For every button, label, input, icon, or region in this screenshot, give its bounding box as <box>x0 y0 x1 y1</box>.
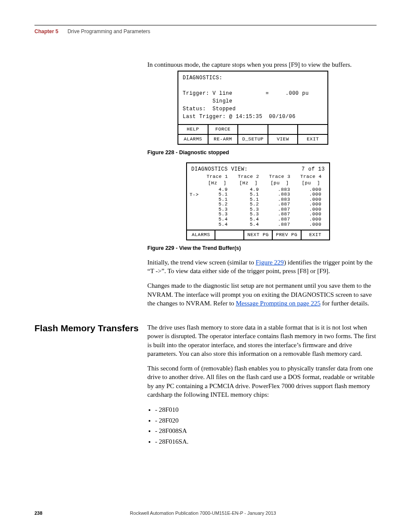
trace2-head: Trace 2 [Hz ] <box>233 174 265 187</box>
exit-button[interactable]: EXIT <box>302 230 329 240</box>
page-number: 238 <box>34 510 42 516</box>
trace3-head: Trace 3 [pu ] <box>264 174 296 187</box>
next-pg-button[interactable]: NEXT PG <box>244 230 273 240</box>
prev-pg-button[interactable]: PREV PG <box>273 230 301 240</box>
exit-button[interactable]: EXIT <box>298 135 327 144</box>
diagnostics-screen: DIAGNOSTICS: Trigger: V line = .000 pu S… <box>177 71 328 145</box>
trace3-col: .883 .883 .883 .887 .887 .887 .887 .887 <box>264 187 296 227</box>
list-item: - 28F008SA <box>155 426 377 436</box>
trace-headers: Trace 1 [Hz ] Trace 2 [Hz ] Trace 3 [pu … <box>187 173 329 187</box>
diagnostics-body: DIAGNOSTICS: Trigger: V line = .000 pu S… <box>178 72 327 124</box>
figure-229-link[interactable]: Figure 229 <box>255 259 283 266</box>
trace4-head: Trace 4 [pu ] <box>296 174 327 187</box>
body-column: In continuous mode, the capture stops wh… <box>147 60 377 308</box>
trend-view-paragraph: Initially, the trend view screen (simila… <box>147 258 377 276</box>
alarms-button[interactable]: ALARMS <box>178 135 209 144</box>
blank-button <box>298 125 327 134</box>
diagnostics-view-screen: DIAGNOSTICS VIEW: 7 of 13 Trace 1 [Hz ] … <box>186 162 330 240</box>
blank-button <box>238 125 268 134</box>
help-button[interactable]: HELP <box>178 125 209 134</box>
screen2-title-row: DIAGNOSTICS VIEW: 7 of 13 <box>187 163 329 173</box>
flash-memory-section: Flash Memory Transfers The drive uses fl… <box>34 323 377 447</box>
chapter-label: Chapter 5 <box>34 28 58 34</box>
dsetup-button[interactable]: D_SETUP <box>238 135 268 144</box>
diagnostics-title: DIAGNOSTICS: <box>183 75 222 81</box>
figure-229-caption: Figure 229 - View the Trend Buffer(s) <box>147 245 377 252</box>
list-item: - 28F010 <box>155 405 377 415</box>
screen1-row1: HELP FORCE <box>178 124 327 134</box>
message-prompting-link[interactable]: Message Prompting on page 225 <box>236 300 321 307</box>
screen2-title: DIAGNOSTICS VIEW: <box>191 166 248 173</box>
blank-button <box>268 125 299 134</box>
chapter-title: Drive Programming and Parameters <box>68 28 150 34</box>
list-item: - 28F020 <box>155 416 377 426</box>
blank-button <box>215 230 244 240</box>
running-header: Chapter 5 Drive Programming and Paramete… <box>34 28 150 34</box>
flash-para-1: The drive uses flash memory to store dat… <box>147 323 377 358</box>
screen2-page-indicator: 7 of 13 <box>302 166 325 173</box>
figure-228-caption: Figure 228 - Diagnostic stopped <box>147 149 377 156</box>
view-button[interactable]: VIEW <box>268 135 299 144</box>
rearm-button[interactable]: RE-ARM <box>209 135 239 144</box>
alarms-button[interactable]: ALARMS <box>187 230 215 240</box>
section-heading: Flash Memory Transfers <box>34 323 147 333</box>
screen2-row: ALARMS NEXT PG PREV PG EXIT <box>187 230 329 240</box>
trace2-col: 4.9 5.1 5.1 5.2 5.3 5.3 5.4 5.4 <box>233 187 265 227</box>
screen1-row2: ALARMS RE-ARM D_SETUP VIEW EXIT <box>178 134 327 144</box>
flash-para-2: This second form of (removable) flash en… <box>147 364 377 399</box>
diagnostics-lines: Trigger: V line = .000 pu Single Status:… <box>183 90 309 120</box>
force-button[interactable]: FORCE <box>209 125 239 134</box>
trigger-marker: T-> <box>190 187 202 227</box>
header-rule <box>34 25 377 25</box>
publication-info: Rockwell Automation Publication 7000-UM1… <box>42 510 364 516</box>
list-item: - 28F016SA. <box>155 437 377 447</box>
trace4-col: .000 .000 .000 .000 .000 .000 .000 .000 <box>296 187 327 227</box>
trace1-head: Trace 1 [Hz ] <box>202 174 233 187</box>
content-area: In continuous mode, the capture stops wh… <box>34 60 377 447</box>
section-body: The drive uses flash memory to store dat… <box>147 323 377 447</box>
trace1-col: 4.9 5.1 5.1 5.2 5.3 5.3 5.4 5.4 <box>202 187 233 227</box>
chip-list: - 28F010 - 28F020 - 28F008SA - 28F016SA. <box>155 405 377 446</box>
page: Chapter 5 Drive Programming and Paramete… <box>0 0 411 532</box>
trace-grid: T-> 4.9 5.1 5.1 5.2 5.3 5.3 5.4 5.4 4.9 … <box>187 187 329 230</box>
intro-paragraph: In continuous mode, the capture stops wh… <box>147 60 377 69</box>
nvram-paragraph: Changes made to the diagnostic list setu… <box>147 281 377 308</box>
page-footer: 238 Rockwell Automation Publication 7000… <box>34 510 377 516</box>
